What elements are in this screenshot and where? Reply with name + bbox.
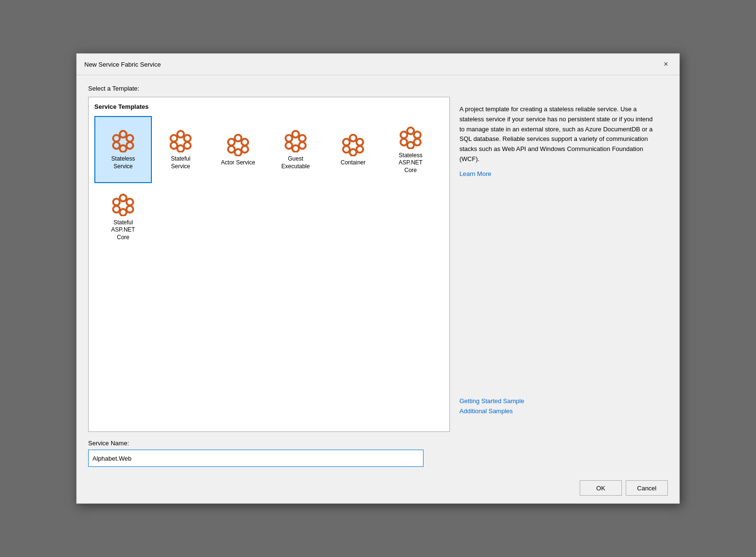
template-stateless-aspnet-core[interactable]: StatelessASP.NETCore (382, 116, 439, 183)
templates-panel: Service Templates StatelessService (88, 97, 450, 432)
container-icon (341, 132, 365, 156)
service-name-label: Service Name: (88, 440, 668, 447)
new-service-fabric-dialog: New Service Fabric Service × Select a Te… (76, 53, 680, 504)
svg-point-25 (356, 139, 363, 146)
info-bottom-links: Getting Started Sample Additional Sample… (459, 397, 658, 415)
svg-point-39 (120, 209, 126, 216)
svg-point-17 (228, 139, 235, 146)
svg-point-21 (292, 145, 299, 152)
info-panel: A project template for creating a statel… (450, 97, 668, 432)
getting-started-link[interactable]: Getting Started Sample (459, 397, 658, 405)
title-bar: New Service Fabric Service × (77, 54, 679, 75)
container-label: Container (341, 159, 366, 167)
template-container[interactable]: Container (324, 116, 382, 183)
svg-point-20 (299, 142, 306, 149)
svg-point-14 (241, 146, 248, 153)
svg-point-23 (286, 135, 292, 142)
select-template-label: Select a Template: (88, 85, 668, 92)
svg-point-29 (343, 139, 350, 146)
additional-samples-link[interactable]: Additional Samples (459, 407, 658, 415)
svg-point-9 (177, 145, 184, 152)
templates-grid: StatelessService StatefulService (94, 116, 444, 250)
svg-point-33 (407, 142, 414, 149)
actor-service-label: Actor Service (221, 159, 255, 167)
ok-button[interactable]: OK (580, 480, 622, 496)
svg-point-31 (414, 131, 421, 138)
svg-point-22 (286, 142, 292, 149)
template-stateless-service[interactable]: StatelessService (94, 116, 152, 183)
service-name-section: Service Name: (88, 440, 668, 467)
svg-point-15 (235, 149, 241, 156)
main-content: Service Templates StatelessService (88, 97, 668, 432)
svg-point-32 (414, 139, 421, 145)
stateless-service-label: StatelessService (111, 155, 135, 170)
stateless-aspnet-core-label: StatelessASP.NETCore (399, 152, 423, 174)
info-description: A project template for creating a statel… (459, 104, 658, 164)
svg-point-34 (401, 139, 407, 145)
svg-point-40 (113, 206, 120, 212)
close-button[interactable]: × (660, 58, 672, 70)
actor-service-icon (226, 132, 250, 156)
svg-point-0 (120, 131, 126, 138)
svg-point-3 (120, 145, 126, 152)
guest-executable-icon (284, 128, 308, 152)
svg-point-16 (228, 146, 235, 153)
svg-point-28 (343, 146, 350, 153)
learn-more-link[interactable]: Learn More (459, 170, 491, 177)
svg-point-37 (126, 198, 133, 205)
svg-point-10 (171, 142, 177, 149)
template-stateful-aspnet-core[interactable]: StatefulASP.NETCore (94, 183, 152, 250)
svg-point-27 (350, 149, 356, 156)
svg-point-35 (401, 131, 407, 138)
templates-section-title: Service Templates (94, 103, 444, 110)
dialog-footer: OK Cancel (77, 475, 679, 503)
stateful-service-icon (169, 128, 193, 152)
stateless-service-icon (111, 128, 135, 152)
svg-point-36 (120, 195, 126, 201)
svg-point-5 (113, 135, 120, 142)
svg-point-24 (350, 135, 356, 141)
svg-point-38 (126, 206, 133, 212)
svg-point-1 (126, 135, 133, 142)
info-top: A project template for creating a statel… (459, 104, 658, 177)
dialog-body: Select a Template: Service Templates (77, 75, 679, 475)
guest-executable-label: GuestExecutable (281, 155, 309, 170)
svg-point-18 (292, 131, 299, 138)
template-guest-executable[interactable]: GuestExecutable (267, 116, 324, 183)
stateful-aspnet-core-icon (111, 192, 135, 216)
template-actor-service[interactable]: Actor Service (209, 116, 267, 183)
svg-point-12 (235, 135, 241, 141)
stateful-aspnet-core-label: StatefulASP.NETCore (111, 219, 135, 242)
service-name-input[interactable] (88, 450, 424, 467)
svg-point-19 (299, 135, 306, 142)
svg-point-8 (184, 142, 191, 149)
template-stateful-service[interactable]: StatefulService (152, 116, 209, 183)
svg-point-26 (356, 146, 363, 153)
svg-point-7 (184, 135, 191, 142)
svg-point-11 (171, 135, 177, 142)
stateful-service-label: StatefulService (171, 155, 191, 170)
svg-point-6 (177, 131, 184, 138)
svg-point-13 (241, 139, 248, 146)
svg-point-2 (126, 142, 133, 149)
dialog-title: New Service Fabric Service (84, 61, 161, 68)
cancel-button[interactable]: Cancel (626, 480, 668, 496)
svg-point-30 (407, 128, 414, 134)
svg-point-4 (113, 142, 120, 149)
svg-point-41 (113, 198, 120, 205)
stateless-aspnet-core-icon (399, 125, 423, 149)
